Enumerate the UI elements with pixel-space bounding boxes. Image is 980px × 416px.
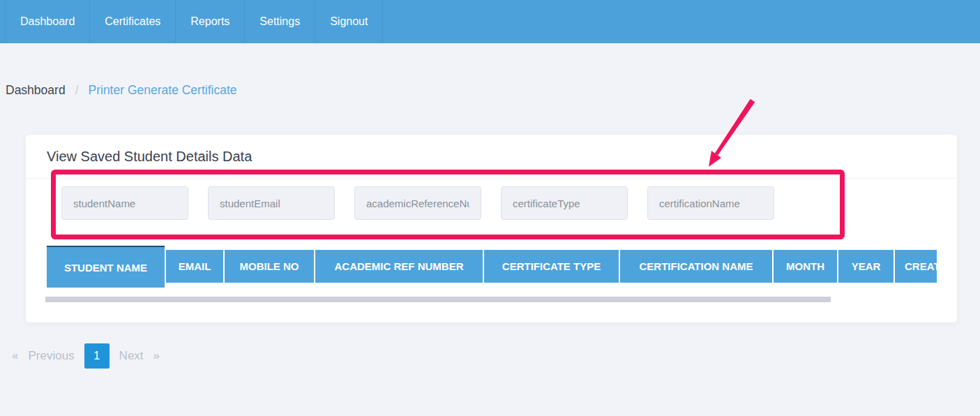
student-email-filter-input[interactable] [208,186,335,220]
column-header-certification-name[interactable]: CERTIFICATION NAME [620,250,772,283]
next-page-button[interactable]: Next [119,349,144,363]
filter-row [61,186,936,220]
last-page-button[interactable]: » [153,349,160,363]
certification-name-filter-input[interactable] [647,186,774,220]
certificate-type-filter-input[interactable] [501,186,628,220]
breadcrumb-printer-generate-certificate[interactable]: Printer Generate Certificate [89,83,237,98]
column-header-month[interactable]: MONTH [774,250,837,283]
table-header-container: STUDENT NAME EMAIL MOBILE NO ACADEMIC RE… [47,246,937,288]
top-navbar: Dashboard Certificates Reports Settings … [0,0,980,43]
breadcrumb-dashboard[interactable]: Dashboard [6,83,66,98]
pagination: « Previous 1 Next » [12,343,160,369]
student-name-filter-input[interactable] [61,186,188,220]
column-header-mobile-no[interactable]: MOBILE NO [225,250,314,283]
breadcrumb-separator: / [75,83,79,98]
nav-item-reports[interactable]: Reports [175,0,244,43]
student-details-card: View Saved Student Details Data STUDENT … [26,135,957,322]
breadcrumb: Dashboard / Printer Generate Certificate [6,83,237,98]
previous-page-button[interactable]: Previous [28,349,74,363]
nav-item-settings[interactable]: Settings [244,0,315,43]
column-header-student-name[interactable]: STUDENT NAME [47,246,165,288]
nav-item-dashboard[interactable]: Dashboard [5,0,89,43]
horizontal-scrollbar-thumb[interactable] [45,297,831,302]
column-header-year[interactable]: YEAR [838,250,894,283]
horizontal-scrollbar[interactable] [47,297,937,302]
nav-item-certificates[interactable]: Certificates [89,0,175,43]
page-1-button[interactable]: 1 [84,343,110,369]
card-header: View Saved Student Details Data [26,135,957,179]
nav-item-signout[interactable]: Signout [315,0,383,43]
column-header-academic-ref-number[interactable]: ACADEMIC REF NUMBER [315,250,483,283]
column-header-created[interactable]: CREATED [895,250,937,283]
page: { "nav": { "items": [ { "label": "Dashbo… [0,0,980,416]
column-header-email[interactable]: EMAIL [166,250,223,283]
table-header-row: STUDENT NAME EMAIL MOBILE NO ACADEMIC RE… [47,246,937,288]
academic-reference-filter-input[interactable] [354,186,481,220]
page-title: View Saved Student Details Data [47,149,252,165]
first-page-button[interactable]: « [12,349,18,363]
column-header-certificate-type[interactable]: CERTIFICATE TYPE [484,250,619,283]
